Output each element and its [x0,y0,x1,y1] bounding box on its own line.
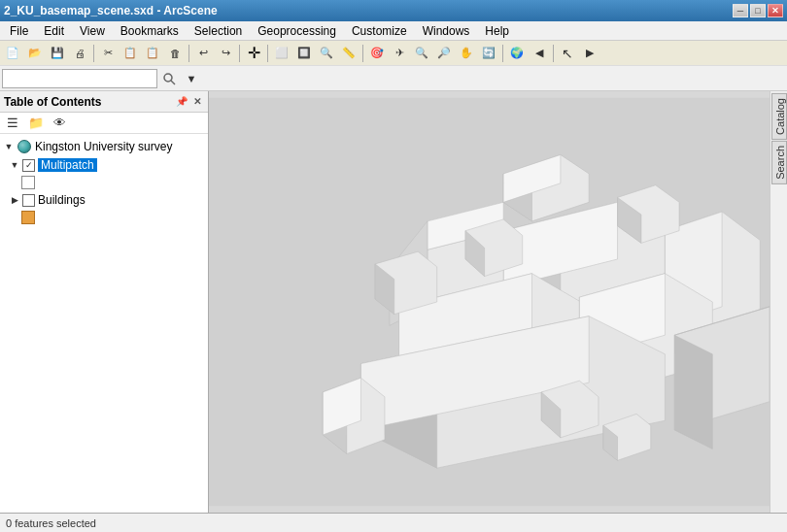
add-data-button[interactable]: ✛ [243,43,264,64]
buildings-label[interactable]: Buildings [38,193,86,207]
print-button[interactable]: 🖨 [69,43,90,64]
sep4 [267,45,268,62]
sep1 [93,45,94,62]
minimize-button[interactable]: ─ [733,4,748,17]
window-title: 2_KU_basemap_scene.sxd - ArcScene [4,4,218,17]
paste-button[interactable]: 📋 [142,43,163,64]
scene-expand-icon[interactable]: ▼ [4,142,14,151]
pointer-button[interactable]: ↖ [557,43,578,64]
map-area[interactable] [209,91,770,513]
prev-extent-button[interactable]: ◀ [529,43,550,64]
select-button[interactable]: ⬜ [271,43,292,64]
toc-content: ▼ Kingston University survey ▼ Multipatc… [0,134,208,513]
buildings-symbol-row [2,210,206,225]
sep2 [188,45,189,62]
menu-customize[interactable]: Customize [344,22,415,40]
undo-button[interactable]: ↩ [192,43,214,64]
sep6 [502,45,503,62]
menu-view[interactable]: View [72,22,113,40]
menu-geoprocessing[interactable]: Geoprocessing [250,22,344,40]
catalog-tab[interactable]: Catalog [771,93,787,140]
title-bar: 2_KU_basemap_scene.sxd - ArcScene ─ □ ✕ [0,0,787,21]
toc-close-button[interactable]: ✕ [190,95,204,109]
toc-layer-buildings[interactable]: ▶ Buildings [2,192,206,208]
multipatch-checkbox[interactable] [22,159,35,172]
toolbar-row-1: 📄 📂 💾 🖨 ✂ 📋 📋 🗑 ↩ ↪ ✛ ⬜ 🔲 🔍 📏 🎯 ✈ 🔍 🔎 ✋ … [0,41,787,66]
status-bar: 0 features selected [0,513,787,532]
toc-toolbar: ☰ 📁 👁 [0,113,208,134]
right-sidebar: Catalog Search [770,91,787,513]
multipatch-symbol-row [2,175,206,190]
navigate-button[interactable]: 🎯 [366,43,388,64]
zoom-in-button[interactable]: 🔍 [411,43,432,64]
toc-list-by-visibility-button[interactable]: 👁 [49,113,70,134]
close-button[interactable]: ✕ [768,4,783,17]
scene-name: Kingston University survey [35,140,172,153]
cut-button[interactable]: ✂ [97,43,119,64]
measure-button[interactable]: 📏 [338,43,359,64]
open-button[interactable]: 📂 [24,43,46,64]
buildings-checkbox[interactable] [22,194,35,207]
sep5 [362,45,363,62]
search-input[interactable] [2,69,157,88]
menu-help[interactable]: Help [477,22,517,40]
menu-bar: File Edit View Bookmarks Selection Geopr… [0,21,787,41]
multipatch-label[interactable]: Multipatch [38,158,97,172]
menu-windows[interactable]: Windows [415,22,478,40]
multipatch-expand-icon[interactable]: ▼ [10,160,19,170]
redo-button[interactable]: ↪ [215,43,236,64]
copy-button[interactable]: 📋 [120,43,141,64]
svg-point-0 [164,74,172,82]
main-area: Table of Contents 📌 ✕ ☰ 📁 👁 ▼ Kingston U… [0,91,787,513]
pan-button[interactable]: ✋ [456,43,477,64]
svg-marker-28 [674,335,712,449]
table-of-contents: Table of Contents 📌 ✕ ☰ 📁 👁 ▼ Kingston U… [0,91,209,513]
toc-pin-button[interactable]: 📌 [175,95,188,109]
identify-button[interactable]: 🔲 [293,43,315,64]
search-options-button[interactable]: ▼ [181,68,202,89]
toc-list-by-source-button[interactable]: 📁 [25,113,47,134]
multipatch-symbol [21,176,35,189]
3d-scene-view [209,91,770,513]
more-tools-button[interactable]: ▶ [579,43,600,64]
full-extent-button[interactable]: 🌍 [506,43,528,64]
sep7 [553,45,554,62]
fly-button[interactable]: ✈ [389,43,410,64]
toc-list-by-drawing-button[interactable]: ☰ [2,113,23,134]
sep3 [239,45,240,62]
buildings-expand-icon[interactable]: ▶ [10,195,19,205]
menu-bookmarks[interactable]: Bookmarks [113,22,187,40]
search-icon [162,72,176,85]
buildings-symbol [21,211,35,224]
rotate-button[interactable]: 🔄 [478,43,499,64]
menu-file[interactable]: File [2,22,36,40]
menu-selection[interactable]: Selection [187,22,250,40]
scene-globe-icon [17,139,32,154]
title-bar-buttons: ─ □ ✕ [733,4,783,17]
toc-scene-group: ▼ Kingston University survey [2,138,206,155]
toolbar-row-2: ▼ [0,66,787,91]
search-tab[interactable]: Search [771,141,787,184]
status-text: 0 features selected [6,517,96,529]
new-button[interactable]: 📄 [2,43,23,64]
delete-button[interactable]: 🗑 [164,43,186,64]
search-go-button[interactable] [158,68,180,89]
menu-edit[interactable]: Edit [36,22,72,40]
toc-layer-multipatch[interactable]: ▼ Multipatch [2,157,206,173]
toc-header-buttons: 📌 ✕ [175,95,204,109]
svg-line-1 [171,81,175,84]
zoom-out-button[interactable]: 🔎 [433,43,455,64]
toc-title: Table of Contents [4,95,101,109]
toc-header: Table of Contents 📌 ✕ [0,91,208,113]
save-button[interactable]: 💾 [47,43,68,64]
find-button[interactable]: 🔍 [316,43,337,64]
maximize-button[interactable]: □ [750,4,766,17]
